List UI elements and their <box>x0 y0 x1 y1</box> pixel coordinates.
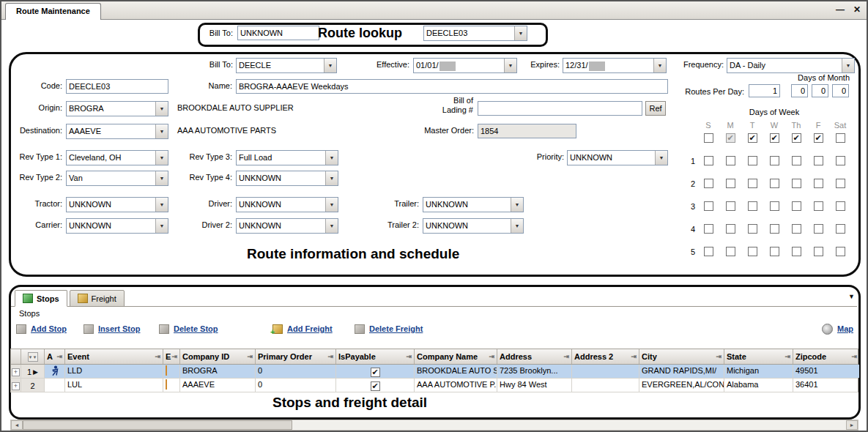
tab-route-maintenance[interactable]: Route Maintenance <box>5 3 101 20</box>
day-of-month-input-2[interactable] <box>812 84 828 97</box>
tractor-combo[interactable]: UNKNOWN ▼ <box>66 197 168 212</box>
week-slot-checkbox[interactable] <box>814 156 823 165</box>
week-slot-checkbox[interactable] <box>726 201 735 211</box>
row-selector[interactable]: 1▶ <box>21 365 45 378</box>
week-slot-checkbox[interactable] <box>704 247 713 256</box>
destination-combo[interactable]: AAAEVE ▼ <box>66 124 168 139</box>
table-row[interactable]: + 2 LUL AAAEVE 0 AAA AUTOMOTIVE P... Hwy… <box>10 379 858 392</box>
scrollbar-thumb[interactable] <box>23 420 292 430</box>
week-slot-checkbox[interactable] <box>836 247 845 256</box>
expires-combo[interactable]: 12/31/ ▼ <box>563 58 667 73</box>
week-slot-checkbox[interactable] <box>704 156 713 165</box>
insert-stop-button[interactable]: Insert Stop <box>84 321 140 336</box>
weekday-checkbox[interactable] <box>748 133 757 143</box>
dropdown-arrow-icon[interactable]: ▼ <box>155 171 168 185</box>
week-slot-checkbox[interactable] <box>792 224 801 234</box>
week-slot-checkbox[interactable] <box>726 179 735 188</box>
dropdown-arrow-icon[interactable]: ▼ <box>514 26 527 40</box>
row-expander[interactable]: + <box>11 365 21 378</box>
lookup-bill-to-input[interactable] <box>237 26 319 40</box>
dropdown-arrow-icon[interactable]: ▼ <box>325 219 338 233</box>
weekday-checkbox[interactable] <box>704 133 713 143</box>
dropdown-arrow-icon[interactable]: ▼ <box>155 219 168 233</box>
rev-type-2-combo[interactable]: Van ▼ <box>66 171 168 186</box>
week-slot-checkbox[interactable] <box>814 224 823 234</box>
dropdown-arrow-icon[interactable]: ▼ <box>511 198 523 212</box>
week-slot-checkbox[interactable] <box>770 224 779 234</box>
week-slot-checkbox[interactable] <box>748 247 757 256</box>
ispayable-checkbox[interactable] <box>371 381 380 391</box>
col-header-ispayable[interactable]: IsPayable⇥ <box>336 349 415 364</box>
dropdown-arrow-icon[interactable]: ▼ <box>324 59 336 72</box>
scrollbar-track[interactable] <box>292 420 846 430</box>
week-slot-checkbox[interactable] <box>814 247 823 256</box>
add-stop-button[interactable]: Add Stop <box>16 321 67 336</box>
rev-type-4-combo[interactable]: UNKNOWN ▼ <box>236 171 338 186</box>
ispayable-checkbox[interactable] <box>371 368 380 377</box>
rev-type-3-combo[interactable]: Full Load ▼ <box>236 150 338 165</box>
week-slot-checkbox[interactable] <box>770 156 779 165</box>
week-slot-checkbox[interactable] <box>792 156 801 165</box>
day-of-month-input-1[interactable] <box>791 84 808 97</box>
week-slot-checkbox[interactable] <box>792 201 801 211</box>
week-slot-checkbox[interactable] <box>814 179 823 188</box>
week-slot-checkbox[interactable] <box>748 156 757 165</box>
week-slot-checkbox[interactable] <box>726 156 735 165</box>
week-slot-checkbox[interactable] <box>792 179 801 188</box>
week-slot-checkbox[interactable] <box>814 201 823 211</box>
week-slot-checkbox[interactable] <box>836 224 845 234</box>
weekday-checkbox[interactable] <box>792 133 801 143</box>
trailer-combo[interactable]: UNKNOWN ▼ <box>423 197 524 212</box>
bill-of-lading-input[interactable] <box>478 101 642 116</box>
close-icon[interactable]: ✕ <box>853 4 861 15</box>
delete-stop-button[interactable]: Delete Stop <box>159 321 218 336</box>
tab-stops[interactable]: Stops <box>15 290 67 307</box>
collapse-panel-icon[interactable]: ▼ <box>848 293 855 300</box>
dropdown-arrow-icon[interactable]: ▼ <box>155 102 168 116</box>
dropdown-arrow-icon[interactable]: ▼ <box>511 219 523 233</box>
week-slot-checkbox[interactable] <box>836 179 845 188</box>
priority-combo[interactable]: UNKNOWN ▼ <box>567 150 668 165</box>
dropdown-arrow-icon[interactable]: ▼ <box>325 151 338 165</box>
add-freight-button[interactable]: + Add Freight <box>272 321 333 336</box>
week-slot-checkbox[interactable] <box>770 201 779 211</box>
minimize-icon[interactable]: — <box>836 4 845 15</box>
carrier-combo[interactable]: UNKNOWN ▼ <box>66 218 168 234</box>
row-expander[interactable]: + <box>11 379 21 392</box>
col-header-address[interactable]: Address⇥ <box>497 349 572 364</box>
col-header-state[interactable]: State⇥ <box>724 349 793 364</box>
weekday-checkbox[interactable] <box>836 133 845 143</box>
weekday-checkbox[interactable] <box>726 133 735 143</box>
col-header-e[interactable]: E⇥ <box>163 349 180 364</box>
dropdown-arrow-icon[interactable]: ▼ <box>653 59 666 72</box>
driver-2-combo[interactable]: UNKNOWN ▼ <box>236 218 338 234</box>
col-header-city[interactable]: City⇥ <box>639 349 724 364</box>
day-of-month-input-3[interactable] <box>832 84 849 97</box>
driver-combo[interactable]: UNKNOWN ▼ <box>236 197 338 212</box>
scroll-left-icon[interactable]: ◄ <box>11 420 23 430</box>
week-slot-checkbox[interactable] <box>748 224 757 234</box>
weekday-checkbox[interactable] <box>814 133 823 143</box>
origin-combo[interactable]: BROGRA ▼ <box>66 101 168 116</box>
dropdown-arrow-icon[interactable]: ▼ <box>325 198 338 212</box>
tab-freight[interactable]: Freight <box>70 290 125 307</box>
name-input[interactable] <box>236 79 668 94</box>
week-slot-checkbox[interactable] <box>836 201 845 211</box>
week-slot-checkbox[interactable] <box>704 224 713 234</box>
frequency-combo[interactable]: DA - Daily ▼ <box>727 58 855 73</box>
dropdown-arrow-icon[interactable]: ▼ <box>155 198 168 212</box>
weekday-checkbox[interactable] <box>770 133 779 143</box>
row-selector[interactable]: 2 <box>21 379 45 392</box>
dropdown-arrow-icon[interactable]: ▼ <box>655 151 667 165</box>
delete-freight-button[interactable]: Delete Freight <box>355 321 423 336</box>
dropdown-arrow-icon[interactable]: ▼ <box>155 124 168 138</box>
col-header-primary-order[interactable]: Primary Order⇥ <box>256 349 336 364</box>
col-header-company-name[interactable]: Company Name⇥ <box>415 349 497 364</box>
trailer-2-combo[interactable]: UNKNOWN ▼ <box>423 218 524 234</box>
table-row[interactable]: + 1▶ LLD BROGRA 0 BROOKDALE AUTO S... 72… <box>10 365 858 379</box>
ref-button[interactable]: Ref <box>645 101 666 116</box>
map-button[interactable]: Map <box>822 321 853 336</box>
effective-combo[interactable]: 01/01/ ▼ <box>413 58 517 73</box>
scroll-right-icon[interactable]: ► <box>846 420 858 430</box>
dropdown-arrow-icon[interactable]: ▼ <box>155 151 168 165</box>
